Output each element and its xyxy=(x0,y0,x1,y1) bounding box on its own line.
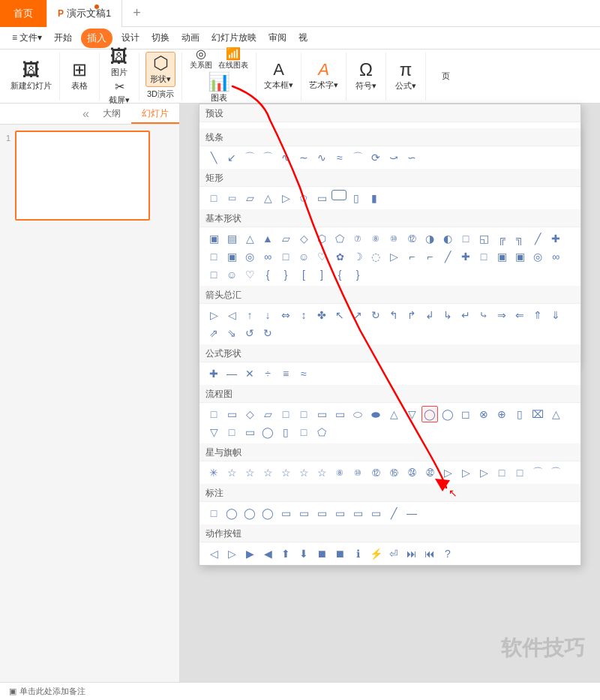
arrow-2[interactable]: ◁ xyxy=(224,307,240,323)
rect-10[interactable]: ▮ xyxy=(366,190,382,206)
star-row2-2[interactable]: ⌒ xyxy=(548,464,564,481)
basic-10[interactable]: ⑧ xyxy=(368,230,384,247)
basic-30[interactable]: ◌ xyxy=(368,248,384,265)
arrow-row2-8[interactable]: ↻ xyxy=(260,325,276,341)
arrow-row2-3[interactable]: ⇑ xyxy=(530,307,546,323)
callout-6[interactable]: ▭ xyxy=(296,505,312,521)
flow-14[interactable]: ◯ xyxy=(440,406,456,422)
flow-7[interactable]: ▭ xyxy=(314,406,330,422)
arttext-button[interactable]: A 艺术字▾ xyxy=(306,60,341,92)
callout-10[interactable]: ▭ xyxy=(368,505,384,521)
basic-16[interactable]: ◱ xyxy=(476,230,492,247)
shape-button[interactable]: ⬡ 形状▾ xyxy=(146,52,176,87)
basic-27[interactable]: ♡ xyxy=(314,248,330,265)
screenshot-button[interactable]: ✂ 截屏▾ xyxy=(104,80,134,107)
basic-6[interactable]: ◇ xyxy=(296,230,312,247)
flow-9[interactable]: ⬭ xyxy=(350,406,366,422)
arrow-16[interactable]: ⤷ xyxy=(476,307,492,323)
callout-8[interactable]: ▭ xyxy=(332,505,348,521)
formula-6[interactable]: ≈ xyxy=(296,365,312,382)
table-button[interactable]: ⊞ 表格 xyxy=(64,59,94,93)
flow-row2-1[interactable]: ⌧ xyxy=(530,406,546,422)
menu-file[interactable]: ≡ 文件▾ xyxy=(6,29,48,47)
basic-row3-4[interactable]: ] xyxy=(314,266,330,283)
flow-15[interactable]: ◻ xyxy=(458,406,474,422)
arrow-5[interactable]: ⇔ xyxy=(278,307,294,323)
action-14[interactable]: ? xyxy=(440,545,456,562)
flow-8[interactable]: ▭ xyxy=(332,406,348,422)
action-5[interactable]: ⬆ xyxy=(278,545,294,562)
action-11[interactable]: ⏎ xyxy=(386,545,402,562)
basic-row2-4[interactable]: ✚ xyxy=(458,248,474,265)
arrow-13[interactable]: ↲ xyxy=(422,307,438,323)
basic-7[interactable]: ⬡ xyxy=(314,230,330,247)
shape3d-button[interactable]: 3D演示 xyxy=(144,87,177,101)
line-4[interactable]: ⌒ xyxy=(260,149,276,166)
arrow-7[interactable]: ✤ xyxy=(314,307,330,323)
basic-9[interactable]: ⑦ xyxy=(350,230,366,247)
flow-row2-4[interactable]: □ xyxy=(224,424,240,440)
action-1[interactable]: ◁ xyxy=(206,545,222,562)
menu-animate[interactable]: 动画 xyxy=(176,29,206,47)
menu-view[interactable]: 视 xyxy=(292,29,314,47)
basic-23[interactable]: ◎ xyxy=(242,248,258,265)
arrow-10[interactable]: ↻ xyxy=(368,307,384,323)
basic-row2-8[interactable]: ◎ xyxy=(530,248,546,265)
basic-row3-3[interactable]: [ xyxy=(296,266,312,283)
line-6[interactable]: ∼ xyxy=(296,149,312,166)
basic-row2-6[interactable]: ▣ xyxy=(494,248,510,265)
basic-20[interactable]: ✚ xyxy=(548,230,564,247)
star-14[interactable]: ▷ xyxy=(440,464,456,481)
arrow-12[interactable]: ↱ xyxy=(404,307,420,323)
star-row2-1[interactable]: ⌒ xyxy=(530,464,546,481)
basic-row3-2[interactable]: } xyxy=(278,266,294,283)
flow-4[interactable]: ▱ xyxy=(260,406,276,422)
action-12[interactable]: ⏭ xyxy=(404,545,420,562)
add-tab[interactable]: + xyxy=(122,0,152,27)
formula-5[interactable]: ≡ xyxy=(278,365,294,382)
flow-row2-3[interactable]: ▽ xyxy=(206,424,222,440)
callout-12[interactable]: — xyxy=(404,505,420,521)
callout-9[interactable]: ▭ xyxy=(350,505,366,521)
basic-2[interactable]: ▤ xyxy=(224,230,240,247)
formula-1[interactable]: ✚ xyxy=(206,365,222,382)
flow-row2-7[interactable]: ▯ xyxy=(278,424,294,440)
action-4[interactable]: ◀ xyxy=(260,545,276,562)
basic-15[interactable]: □ xyxy=(458,230,474,247)
action-8[interactable]: ⏹ xyxy=(332,545,348,562)
basic-31[interactable]: ▷ xyxy=(386,248,402,265)
arrow-11[interactable]: ↰ xyxy=(386,307,402,323)
basic-29[interactable]: ☽ xyxy=(350,248,366,265)
line-10[interactable]: ⟳ xyxy=(368,149,384,166)
star-7[interactable]: ☆ xyxy=(314,464,330,481)
star-6[interactable]: ☆ xyxy=(296,464,312,481)
slide-preview-1[interactable] xyxy=(15,131,150,221)
flow-row2-8[interactable]: □ xyxy=(296,424,312,440)
basic-row2-3[interactable]: ╱ xyxy=(440,248,456,265)
rel-chart-button[interactable]: ◎ 关系图 xyxy=(187,47,215,71)
star-3[interactable]: ☆ xyxy=(242,464,258,481)
star-8[interactable]: ⑧ xyxy=(332,464,348,481)
line-1[interactable]: ╲ xyxy=(206,149,222,166)
basic-3[interactable]: △ xyxy=(242,230,258,247)
basic-14[interactable]: ◐ xyxy=(440,230,456,247)
star-5[interactable]: ☆ xyxy=(278,464,294,481)
arrow-3[interactable]: ↑ xyxy=(242,307,258,323)
basic-25[interactable]: □ xyxy=(278,248,294,265)
basic-row2-12[interactable]: ♡ xyxy=(242,266,258,283)
star-18[interactable]: □ xyxy=(512,464,528,481)
action-7[interactable]: ⏹ xyxy=(314,545,330,562)
rect-7[interactable]: ▭ xyxy=(314,190,330,206)
line-5[interactable]: ∿ xyxy=(278,149,294,166)
menu-design[interactable]: 设计 xyxy=(116,29,146,47)
rect-8[interactable] xyxy=(332,190,346,200)
flow-16[interactable]: ⊗ xyxy=(476,406,492,422)
action-9[interactable]: ℹ xyxy=(350,545,366,562)
arrow-row2-7[interactable]: ↺ xyxy=(242,325,258,341)
menu-switch[interactable]: 切换 xyxy=(146,29,176,47)
chart-button[interactable]: 📊 图表 xyxy=(204,71,234,105)
arrow-8[interactable]: ↖ xyxy=(332,307,348,323)
action-10[interactable]: ⚡ xyxy=(368,545,384,562)
arrow-row2-4[interactable]: ⇓ xyxy=(548,307,564,323)
flow-row2-2[interactable]: △ xyxy=(548,406,564,422)
